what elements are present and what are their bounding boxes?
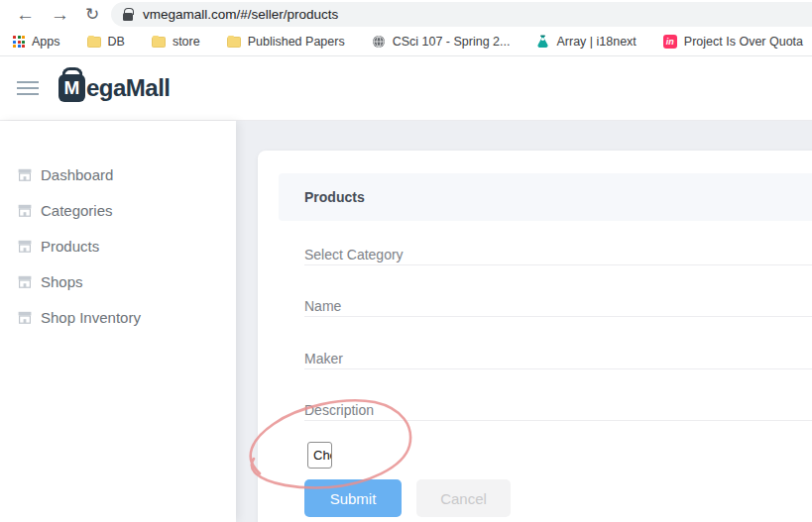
- products-card: Products Choose File Submit Cancel: [258, 151, 812, 522]
- bookmark-store[interactable]: store: [152, 35, 200, 49]
- bookmark-label: CSci 107 - Spring 2...: [393, 35, 511, 49]
- description-field-wrap: [304, 399, 812, 421]
- name-field-wrap: [304, 295, 812, 317]
- sidebar-item-label: Categories: [41, 202, 113, 219]
- store-icon: [18, 204, 32, 217]
- sidebar-item-shop-inventory[interactable]: Shop Inventory: [0, 299, 236, 335]
- browser-toolbar: ← → ↻ vmegamall.com/#/seller/products: [0, 0, 812, 28]
- card-title: Products: [304, 189, 365, 205]
- logo-m-icon: M: [58, 74, 85, 102]
- select-category-field-wrap: [304, 244, 812, 265]
- store-icon: [18, 275, 32, 288]
- globe-icon: [372, 35, 386, 49]
- bookmark-db[interactable]: DB: [87, 35, 125, 49]
- choose-file-label: Choose File: [308, 443, 331, 463]
- bookmark-label: DB: [108, 35, 125, 49]
- brand-text: egaMall: [86, 74, 171, 102]
- app-header: MegaMall: [0, 56, 812, 121]
- bookmark-label: Array | i18next: [556, 35, 636, 49]
- bookmark-apps[interactable]: Apps: [13, 35, 60, 49]
- brand-logo[interactable]: MegaMall: [58, 74, 171, 102]
- bookmarks-bar: Apps DB store Published Papers CSci 107 …: [0, 28, 812, 56]
- select-category-field[interactable]: [304, 244, 812, 265]
- bookmark-label: Apps: [32, 35, 60, 49]
- bookmark-i18next[interactable]: Array | i18next: [536, 35, 636, 49]
- maker-field-wrap: [304, 348, 812, 369]
- refresh-icon[interactable]: ↻: [85, 6, 99, 23]
- sidebar-item-categories[interactable]: Categories: [0, 192, 236, 228]
- folder-icon: [227, 37, 241, 48]
- sidebar-item-products[interactable]: Products: [0, 228, 236, 263]
- apps-grid-icon: [13, 36, 25, 48]
- store-icon: [18, 168, 32, 181]
- store-icon: [18, 240, 32, 253]
- address-bar[interactable]: vmegamall.com/#/seller/products: [111, 2, 812, 27]
- back-icon[interactable]: ←: [16, 5, 35, 24]
- folder-icon: [87, 37, 101, 48]
- sidebar: Dashboard Categories Products Shops Shop…: [0, 121, 236, 522]
- sidebar-item-shops[interactable]: Shops: [0, 263, 236, 299]
- sidebar-item-label: Products: [41, 238, 99, 255]
- maker-field[interactable]: [304, 348, 812, 369]
- description-field[interactable]: [304, 399, 812, 421]
- card-header: Products: [279, 173, 812, 221]
- bookmark-label: Published Papers: [248, 35, 345, 49]
- bookmark-label: Project Is Over Quota: [684, 35, 803, 49]
- choose-file-button[interactable]: Choose File: [307, 442, 332, 469]
- bookmark-invision[interactable]: in Project Is Over Quota: [663, 35, 803, 49]
- cancel-button[interactable]: Cancel: [416, 479, 511, 517]
- sidebar-item-label: Shops: [41, 273, 83, 290]
- invision-icon: in: [663, 35, 677, 49]
- forward-icon[interactable]: →: [51, 5, 69, 24]
- bookmark-label: store: [173, 35, 200, 49]
- bookmark-published-papers[interactable]: Published Papers: [227, 35, 345, 49]
- name-field[interactable]: [304, 295, 812, 317]
- store-icon: [18, 311, 32, 324]
- sidebar-item-label: Shop Inventory: [41, 309, 141, 326]
- bookmark-csci[interactable]: CSci 107 - Spring 2...: [372, 35, 511, 49]
- page: ← → ↻ vmegamall.com/#/seller/products Ap…: [0, 0, 812, 522]
- sidebar-item-dashboard[interactable]: Dashboard: [0, 157, 236, 192]
- sidebar-item-label: Dashboard: [41, 166, 113, 183]
- lock-icon[interactable]: [123, 13, 133, 21]
- submit-button[interactable]: Submit: [304, 479, 402, 517]
- hamburger-menu-icon[interactable]: [17, 77, 39, 99]
- folder-icon: [152, 37, 166, 48]
- i18next-flask-icon: [536, 35, 549, 49]
- url-text[interactable]: vmegamall.com/#/seller/products: [143, 7, 338, 22]
